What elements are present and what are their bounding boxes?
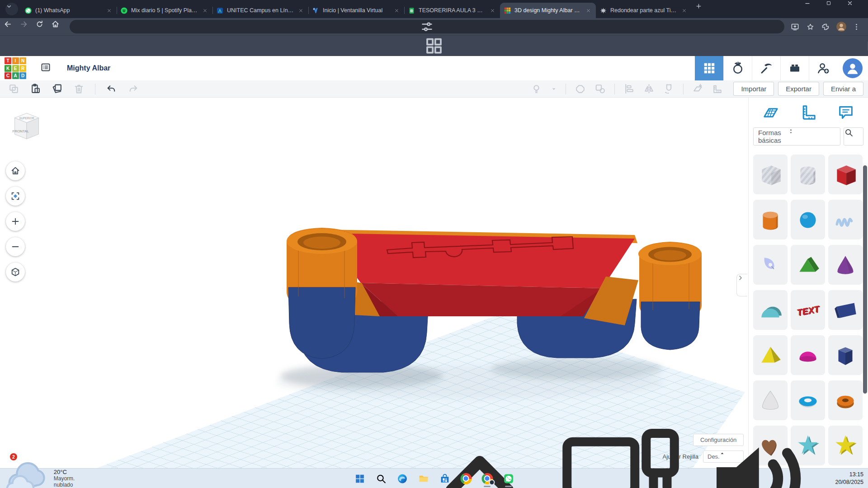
window-close-button[interactable] xyxy=(847,0,868,18)
taskbar-chrome-button[interactable] xyxy=(457,469,475,488)
apps-grid-icon[interactable] xyxy=(5,36,863,56)
taskbar-whatsapp-desktop-button[interactable] xyxy=(500,469,518,488)
notes-helper-button[interactable] xyxy=(836,103,855,122)
view-cube[interactable]: SUPERIOR FRONTAL xyxy=(11,109,42,143)
shape-pen-nib[interactable] xyxy=(753,245,788,285)
window-maximize-button[interactable] xyxy=(826,0,847,18)
user-avatar[interactable] xyxy=(843,58,863,78)
export-button[interactable]: Exportar xyxy=(778,82,819,96)
view-blocks-button[interactable] xyxy=(695,56,723,80)
tab-1-whatsapp[interactable]: (1) WhatsApp xyxy=(21,3,117,18)
panel-scrollbar[interactable] xyxy=(863,165,867,394)
shape-search-button[interactable] xyxy=(844,127,863,145)
tab-mix-diario-5-spotify-playlist[interactable]: Mix diario 5 | Spotify Playlist xyxy=(117,3,212,18)
shape-striped-box[interactable] xyxy=(753,155,788,194)
shape-blue-sphere[interactable] xyxy=(791,200,825,239)
shape-red-text[interactable]: TEXTTEXT xyxy=(791,290,825,330)
forward-button[interactable] xyxy=(19,20,33,34)
show-all-button[interactable] xyxy=(531,83,542,94)
taskbar-store-button[interactable] xyxy=(436,469,454,488)
shape-red-box[interactable] xyxy=(828,155,863,194)
new-tab-button[interactable] xyxy=(695,3,708,15)
window-minimize-button[interactable] xyxy=(804,0,826,18)
tab-close-icon[interactable] xyxy=(201,7,209,14)
shape-green-roof[interactable] xyxy=(791,245,825,285)
shape-scribble[interactable] xyxy=(828,200,863,239)
mirror-button[interactable] xyxy=(643,83,655,94)
design-menu-button[interactable] xyxy=(40,62,55,75)
tab-close-icon[interactable] xyxy=(489,7,496,14)
snap-button[interactable] xyxy=(663,83,675,94)
volume-icon[interactable] xyxy=(694,411,830,488)
ruler-helper-button[interactable] xyxy=(799,103,818,122)
tab-tesorerira-aula-3-sam-xlsx[interactable]: TESORERIRA AULA 3 SAM.xlsx xyxy=(404,3,500,18)
redo-button[interactable] xyxy=(127,83,139,94)
install-app-button[interactable] xyxy=(788,20,802,34)
taskbar-file-explorer-button[interactable] xyxy=(415,469,433,488)
shape-magenta-hemisphere[interactable] xyxy=(791,335,825,375)
profile-avatar-button[interactable] xyxy=(834,20,848,34)
minecraft-export-button[interactable] xyxy=(752,56,780,80)
shape-yellow-pyramid[interactable] xyxy=(753,335,788,375)
taskbar-edge-button[interactable] xyxy=(393,469,411,488)
shape-navy-wedge[interactable] xyxy=(828,290,863,330)
taskbar-start-button[interactable] xyxy=(351,469,369,488)
zoom-out-button[interactable] xyxy=(6,237,25,256)
chrome-menu-button[interactable] xyxy=(849,20,863,34)
shape-purple-cone[interactable] xyxy=(828,245,863,285)
ruler-tool-button[interactable] xyxy=(712,83,723,94)
undo-button[interactable] xyxy=(106,83,117,94)
fit-view-button[interactable] xyxy=(6,187,25,206)
import-button[interactable]: Importar xyxy=(733,82,774,96)
weather-widget[interactable]: 2 20°C Mayorm. nublado xyxy=(5,455,50,488)
tab-close-icon[interactable] xyxy=(680,7,688,14)
shape-striped-cylinder[interactable] xyxy=(791,155,825,194)
tab-close-icon[interactable] xyxy=(297,7,305,14)
add-collaborator-button[interactable] xyxy=(809,56,837,80)
sim-lab-button[interactable] xyxy=(723,56,752,80)
taskbar-search-button[interactable] xyxy=(372,469,390,488)
tray-clock[interactable]: 13:15 20/08/2025 xyxy=(835,471,863,486)
taskbar-chrome-profile-button[interactable] xyxy=(478,469,496,488)
bookmark-star-button[interactable] xyxy=(803,20,817,34)
shape-teal-round-roof[interactable] xyxy=(753,290,788,330)
shape-category-select[interactable]: Formas básicas xyxy=(753,127,840,145)
design-title[interactable]: Mighty Albar xyxy=(67,64,110,72)
plus-icon xyxy=(695,3,708,15)
tinkercad-logo[interactable]: TINKERCAD xyxy=(5,57,26,79)
panel-collapse-button[interactable] xyxy=(736,274,747,296)
duplicate-button[interactable] xyxy=(52,83,63,94)
tab-close-icon[interactable] xyxy=(105,7,113,14)
copy-button[interactable] xyxy=(8,83,19,94)
home-button[interactable] xyxy=(51,20,65,34)
align-button[interactable] xyxy=(623,83,635,94)
address-bar[interactable]: tinkercad.com/things/9uLQBY2reYM/edit?re… xyxy=(70,20,784,33)
group-button[interactable] xyxy=(575,83,586,94)
tab-redondear-parte-azul-tinkerca[interactable]: Redondear parte azul Tinkerca xyxy=(596,3,692,18)
shape-orange-cylinder[interactable] xyxy=(753,200,788,239)
search-icon xyxy=(844,128,863,145)
workplane-tool-button[interactable] xyxy=(692,83,703,94)
brick-export-button[interactable] xyxy=(780,56,809,80)
toggle-perspective-button[interactable] xyxy=(6,263,25,282)
back-button[interactable] xyxy=(4,20,18,34)
paste-button[interactable] xyxy=(30,83,41,94)
tab-inicio-ventanilla-virtual[interactable]: Inicio | Ventanilla Virtual xyxy=(308,3,404,18)
tab-close-icon[interactable] xyxy=(393,7,401,14)
shape-navy-hex-prism[interactable] xyxy=(828,335,863,375)
show-all-caret-button[interactable] xyxy=(551,86,557,92)
tab-3d-design-mighty-albar-tinke[interactable]: 3D design Mighty Albar - Tinke xyxy=(500,3,596,18)
zoom-in-button[interactable] xyxy=(6,212,25,231)
reload-button[interactable] xyxy=(35,20,49,34)
view-home-button[interactable] xyxy=(6,161,25,180)
extensions-button[interactable] xyxy=(819,20,833,34)
workplane-helper-button[interactable] xyxy=(761,103,780,122)
send-to-button[interactable]: Enviar a xyxy=(823,82,863,96)
tab-search-button[interactable] xyxy=(5,3,18,15)
network-icon[interactable] xyxy=(553,411,689,488)
tab-close-icon[interactable] xyxy=(585,7,592,14)
site-settings-icon[interactable] xyxy=(76,20,778,33)
ungroup-button[interactable] xyxy=(594,83,606,94)
tab-unitec-campus-en-l-nea[interactable]: UNITEC Campus en Línea xyxy=(212,3,308,18)
delete-button[interactable] xyxy=(73,83,85,94)
